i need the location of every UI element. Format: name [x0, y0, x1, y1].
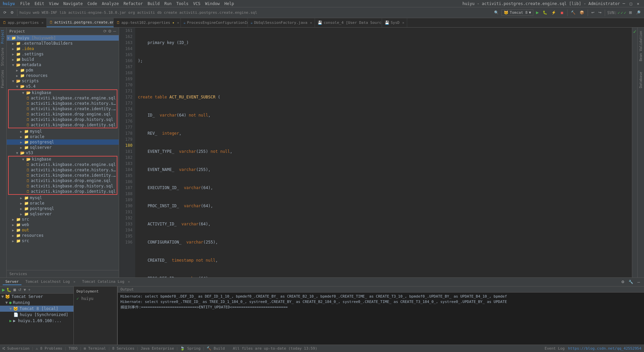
output-panel[interactable]: Hibernate: select bpmdef0_.DEF_ID_ as DE…: [118, 293, 644, 345]
search-button[interactable]: 🔎: [635, 10, 642, 15]
menu-help[interactable]: Help: [222, 1, 236, 7]
tree-kingbase-v54[interactable]: ▼ 📂 kingbase: [9, 90, 117, 95]
sdk-button[interactable]: 📦: [578, 10, 586, 15]
tree-kingbase-create-history-v53[interactable]: 🗒 activiti.kingbase.create.history.sql: [9, 167, 117, 173]
tree-kingbase-v53[interactable]: ▼ 📂 kingbase: [9, 157, 117, 162]
tree-scripts[interactable]: ▼ 📂 scripts: [7, 78, 119, 84]
run-config-selector[interactable]: 🐱 Tomcat 8 ▼: [501, 9, 534, 16]
status-subversion[interactable]: ⑆ Subversion: [3, 346, 30, 351]
tab-app-test102[interactable]: 🗒 app-test102.properties ✦ ✕: [114, 18, 181, 27]
tree-kingbase-create-engine-v53[interactable]: 🗒 activiti.kingbase.create.engine.sql: [9, 162, 117, 167]
server-tomcat-group[interactable]: ▼ 🐱 Tomcat Server: [0, 294, 73, 300]
stop-button[interactable]: ⏹: [559, 10, 565, 15]
menu-navigate[interactable]: Navigate: [61, 1, 85, 7]
panel-sync-btn[interactable]: ⟳: [103, 29, 107, 34]
tree-kingbase-create-identity-v54[interactable]: 🗒 activiti.kingbase.create.identity.sql: [9, 106, 117, 112]
status-todo[interactable]: TODO: [69, 346, 78, 351]
tree-kingbase-drop-engine-v54[interactable]: 🗒 activiti.kingbase.drop.engine.sql: [9, 112, 117, 117]
services-restart-btn[interactable]: ↺: [18, 288, 21, 292]
menu-edit[interactable]: Edit: [33, 1, 46, 7]
status-java-enterprise[interactable]: Java Enterprise: [141, 346, 174, 351]
minimize-button[interactable]: ─: [621, 1, 627, 7]
tab-close-btn[interactable]: ✕: [177, 21, 179, 25]
tree-mysql-v53[interactable]: ▶ 📁 mysql: [7, 195, 119, 201]
code-editor[interactable]: 161162163164165 166167168169170 17117217…: [119, 28, 632, 277]
menu-build[interactable]: Build: [146, 1, 162, 7]
tree-web[interactable]: ▶ 📁 web: [7, 222, 119, 227]
server-running[interactable]: ▼ ● Running: [0, 300, 73, 306]
tree-resources[interactable]: ▶ 📁 resources: [7, 73, 119, 78]
sync-button[interactable]: ⟳: [2, 10, 8, 15]
status-services[interactable]: 8 Services: [112, 346, 135, 351]
menu-code[interactable]: Code: [86, 1, 99, 7]
bottom-config-btn[interactable]: 🔧: [627, 279, 635, 285]
tree-kingbase-drop-engine-v53[interactable]: 🗒 activiti.kingbase.drop.engine.sql: [9, 178, 117, 183]
tab-close-btn[interactable]: ✕: [402, 21, 404, 25]
tab-sysd[interactable]: 💾 SysD ✕: [382, 18, 408, 27]
maximize-button[interactable]: □: [628, 1, 634, 7]
menu-window[interactable]: Window: [203, 1, 222, 7]
server-tomcat8-local[interactable]: ▼ 🐱 Tomcat 8 [local]: [0, 306, 73, 312]
menu-tools[interactable]: Tools: [174, 1, 191, 7]
tomcat-catalina-close[interactable]: ✕: [128, 280, 130, 283]
services-stop-btn[interactable]: ⏹: [13, 288, 17, 292]
services-add-btn[interactable]: +: [28, 288, 31, 292]
tree-src[interactable]: ▶ 📁 src: [7, 217, 119, 222]
tab-tomcat-catalina-log[interactable]: Tomcat Catalina Log ✕: [79, 279, 132, 285]
run-button[interactable]: ▶: [535, 10, 540, 15]
favorites-icon[interactable]: Favorites: [0, 68, 6, 90]
tab-activiti-postgres[interactable]: 🗒 activiti.postgres.create.engine.sql ✕: [47, 18, 114, 27]
structure-icon[interactable]: Structure: [0, 46, 6, 68]
menu-analyze[interactable]: Analyze: [100, 1, 121, 7]
menu-run[interactable]: Run: [162, 1, 174, 7]
status-problems[interactable]: ⚠ 8 Problems: [36, 346, 62, 351]
status-spring[interactable]: 🍃 Spring: [180, 346, 200, 351]
status-build[interactable]: 🔨 Build: [207, 346, 225, 351]
server-huiyu2[interactable]: ▶ ▶ huiyu.1.69.160:...: [0, 318, 73, 324]
database-label[interactable]: Database: [638, 70, 643, 90]
tree-sqlserver-v54[interactable]: ▶ 📁 sqlserver: [7, 145, 119, 150]
tree-metadata[interactable]: ▼ 📂 metadata: [7, 62, 119, 68]
tree-oracle-v53[interactable]: ▶ 📁 oracle: [7, 201, 119, 206]
project-icon[interactable]: Project: [0, 28, 6, 46]
tree-kingbase-drop-history-v54[interactable]: 🗒 activiti.kingbase.drop.history.sql: [9, 117, 117, 122]
tree-kingbase-drop-identity-v54[interactable]: 🗒 activiti.kingbase.drop.identity.sql: [9, 122, 117, 128]
tree-v54[interactable]: ▼ 📂 v5.4: [7, 84, 119, 89]
server-huiyu[interactable]: 📄 huiyu [Synchronized]: [0, 312, 73, 318]
tree-src-root[interactable]: ▶ 📁 src: [7, 238, 119, 244]
redo-button[interactable]: ↪: [597, 10, 603, 15]
menu-refactor[interactable]: Refactor: [121, 1, 145, 7]
tab-close-btn[interactable]: ✕: [310, 21, 312, 25]
tab-console4[interactable]: 💾 console_4 [User Data Source ...102:543…: [315, 18, 382, 27]
bottom-settings-btn[interactable]: ⚙: [620, 279, 626, 285]
tree-postgresql-v53[interactable]: ▶ 📁 postgresql: [7, 206, 119, 211]
services-debug-btn[interactable]: 🐛: [6, 288, 11, 292]
terminal-button[interactable]: ⊞: [628, 10, 633, 15]
tree-external-tools[interactable]: ▶ 📁 .externalToolBuilders: [7, 41, 119, 46]
tree-idea[interactable]: ▶ 📁 .idea: [7, 46, 119, 51]
menu-view[interactable]: View: [47, 1, 61, 7]
tree-v53[interactable]: ▼ 📂 v53: [7, 150, 119, 156]
tree-kingbase-create-history-v54[interactable]: 🗒 activiti.kingbase.create.history.sql: [9, 101, 117, 106]
tree-out[interactable]: ▶ 📁 out: [7, 227, 119, 233]
undo-button[interactable]: ↩: [590, 10, 596, 15]
tree-kingbase-drop-identity-v53[interactable]: 🗒 activiti.kingbase.drop.identity.sql: [9, 189, 117, 194]
menu-vcs[interactable]: VCS: [191, 1, 203, 7]
tree-sqlserver-v53[interactable]: ▶ 📁 sqlserver: [7, 211, 119, 217]
build-button[interactable]: 🔨: [570, 10, 577, 15]
code-content[interactable]: primary key (ID_) ); create table ACT_RU…: [135, 28, 632, 277]
tree-kingbase-create-engine-v54[interactable]: 🗒 activiti.kingbase.create.engine.sql: [9, 95, 117, 101]
services-filter-btn[interactable]: ▼: [23, 288, 27, 292]
tree-resources-root[interactable]: ▶ 📁 resources: [7, 233, 119, 238]
tab-app-properties[interactable]: 🗒 app.properties ✕: [0, 18, 47, 27]
services-run-btn[interactable]: ▶: [2, 288, 5, 292]
panel-settings-btn[interactable]: ⚙: [108, 29, 112, 34]
tab-close-btn[interactable]: ✕: [42, 21, 44, 25]
tree-oracle-v54[interactable]: ▶ 📁 oracle: [7, 134, 119, 139]
status-link[interactable]: https://blog.csdn.net/qq_42552954: [568, 346, 641, 351]
bottom-close-btn[interactable]: ─: [636, 279, 641, 285]
status-terminal[interactable]: ⊞ Terminal: [84, 346, 106, 351]
coverage-button[interactable]: ⚡: [550, 10, 557, 15]
tree-pdm[interactable]: ▶ 📁 pdm: [7, 68, 119, 73]
settings-button[interactable]: ⚙: [9, 10, 15, 15]
